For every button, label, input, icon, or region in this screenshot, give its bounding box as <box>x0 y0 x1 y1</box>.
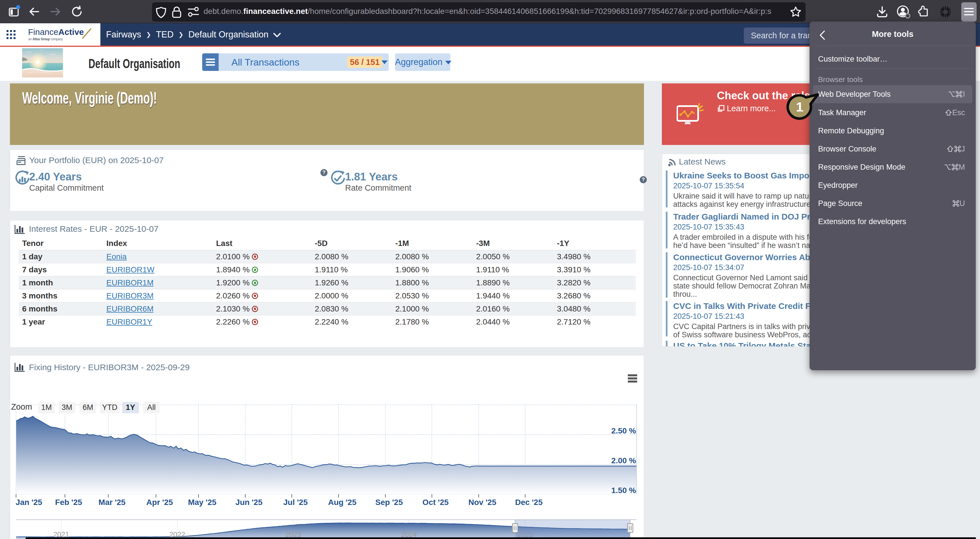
svg-text:Oct '25: Oct '25 <box>423 498 449 507</box>
svg-text:6M: 6M <box>83 403 93 411</box>
svg-text:Nov '25: Nov '25 <box>468 498 496 507</box>
svg-text:Aug '25: Aug '25 <box>328 498 356 507</box>
svg-text:3M: 3M <box>62 403 72 411</box>
svg-text:YTD: YTD <box>102 403 118 411</box>
svg-text:Jul '25: Jul '25 <box>283 498 308 507</box>
svg-text:Apr '25: Apr '25 <box>146 498 173 507</box>
svg-text:2.00 %: 2.00 % <box>611 456 636 465</box>
svg-text:1: 1 <box>796 99 803 114</box>
svg-text:1Y: 1Y <box>126 403 135 411</box>
svg-text:Jun '25: Jun '25 <box>235 498 262 507</box>
svg-text:1M: 1M <box>41 403 52 411</box>
svg-text:Zoom: Zoom <box>11 402 32 411</box>
svg-text:All: All <box>147 403 156 411</box>
svg-text:Feb '25: Feb '25 <box>55 498 82 507</box>
svg-text:Mar '25: Mar '25 <box>99 498 125 507</box>
svg-text:Sep '25: Sep '25 <box>375 498 403 507</box>
svg-text:Dec '25: Dec '25 <box>515 498 543 507</box>
svg-text:1.50 %: 1.50 % <box>611 486 636 495</box>
svg-text:2.50 %: 2.50 % <box>611 426 636 435</box>
svg-text:Jan '25: Jan '25 <box>16 498 42 507</box>
svg-text:May '25: May '25 <box>188 498 216 507</box>
